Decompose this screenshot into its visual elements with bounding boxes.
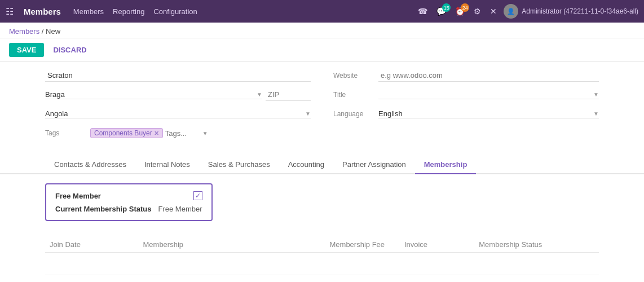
col-join-date: Join Date	[45, 237, 139, 253]
free-member-label: Free Member	[55, 192, 187, 200]
website-input[interactable]	[378, 69, 599, 82]
tags-input-area: Components Buyer ✕ ▼	[90, 128, 311, 138]
tags-row: Tags Components Buyer ✕ ▼	[45, 125, 311, 141]
action-bar: SAVE DISCARD	[0, 38, 644, 62]
state-arrow-icon: ▼	[257, 91, 262, 98]
topbar: ☷ Members Members Reporting Configuratio…	[0, 0, 644, 23]
tag-label: Components Buyer	[94, 129, 152, 137]
membership-empty-row	[45, 253, 599, 275]
tags-label: Tags	[45, 129, 90, 137]
city-input[interactable]	[45, 69, 311, 82]
chat-icon[interactable]: 💬 15	[434, 6, 448, 17]
col-invoice: Invoice	[400, 237, 474, 253]
state-zip-row: Braga ▼	[45, 87, 311, 103]
discard-button[interactable]: DISCARD	[50, 43, 90, 57]
membership-table-header-row: Join Date Membership Membership Fee Invo…	[45, 237, 599, 253]
country-select-wrap: Angola ▼	[45, 109, 311, 118]
title-row: Title ▼	[333, 87, 599, 103]
current-status-row: Current Membership Status Free Member	[55, 205, 202, 213]
user-menu[interactable]: 👤 Administrator (472211-11-0-f34ae6-all)	[504, 4, 638, 19]
country-row: Angola ▼	[45, 106, 311, 122]
state-select[interactable]: Braga	[45, 90, 255, 99]
tab-sales[interactable]: Sales & Purchases	[199, 156, 279, 174]
tag-remove-icon[interactable]: ✕	[154, 130, 159, 137]
tab-partner[interactable]: Partner Assignation	[333, 156, 415, 174]
chat-badge: 15	[442, 3, 451, 12]
language-select[interactable]: English	[378, 109, 592, 118]
form-left-col: Braga ▼ Angola ▼ Tags	[45, 68, 311, 144]
breadcrumb-current: New	[46, 27, 60, 36]
app-title: Members	[24, 7, 61, 16]
col-fee: Membership Fee	[325, 237, 400, 253]
current-status-value: Free Member	[158, 205, 202, 213]
title-select[interactable]	[378, 90, 592, 99]
title-select-wrap: ▼	[378, 90, 599, 99]
city-row	[45, 68, 311, 83]
content-area: Braga ▼ Angola ▼ Tags	[0, 62, 644, 282]
tab-notes[interactable]: Internal Notes	[135, 156, 199, 174]
city-zip-wrap: Braga ▼	[45, 89, 311, 101]
nav-reporting[interactable]: Reporting	[113, 7, 144, 16]
top-nav: Members Reporting Configuration	[73, 7, 409, 16]
membership-table: Join Date Membership Membership Fee Invo…	[45, 237, 599, 275]
phone-icon[interactable]: ☎	[416, 6, 430, 17]
grid-icon[interactable]: ☷	[6, 6, 14, 17]
free-member-row: Free Member ✓	[55, 191, 202, 200]
col-status: Membership Status	[474, 237, 599, 253]
topbar-icons: ☎ 💬 15 ⏰ 24 ⚙ ✕ 👤 Administrator (472211-…	[416, 4, 638, 19]
activity-icon[interactable]: ⏰ 24	[453, 6, 467, 17]
user-name: Administrator (472211-11-0-f34ae6-all)	[522, 7, 638, 15]
tab-contacts[interactable]: Contacts & Addresses	[45, 156, 135, 174]
close-icon[interactable]: ✕	[488, 6, 499, 17]
membership-table-body	[45, 253, 599, 275]
tags-arrow-icon: ▼	[202, 130, 208, 136]
form-section: Braga ▼ Angola ▼ Tags	[0, 62, 644, 150]
title-arrow-icon: ▼	[593, 91, 599, 98]
free-member-checkbox[interactable]: ✓	[193, 191, 202, 200]
language-arrow-icon: ▼	[593, 111, 599, 117]
country-select[interactable]: Angola	[45, 109, 304, 118]
website-label: Website	[333, 72, 378, 80]
activity-badge: 24	[461, 3, 469, 12]
language-label: Language	[333, 110, 378, 118]
state-select-wrap: Braga ▼	[45, 90, 262, 99]
current-status-label: Current Membership Status	[55, 205, 151, 213]
website-row: Website	[333, 68, 599, 83]
nav-configuration[interactable]: Configuration	[153, 7, 197, 16]
tab-membership[interactable]: Membership	[415, 156, 477, 174]
title-label: Title	[333, 91, 378, 99]
tab-content-membership: Free Member ✓ Current Membership Status …	[0, 174, 644, 282]
country-arrow-icon: ▼	[305, 111, 311, 117]
form-right-col: Website Title ▼ Language English ▼	[333, 68, 599, 144]
tag-components-buyer: Components Buyer ✕	[90, 128, 163, 138]
tabs-bar: Contacts & Addresses Internal Notes Sale…	[0, 156, 644, 174]
col-membership: Membership	[139, 237, 325, 253]
save-button[interactable]: SAVE	[9, 43, 44, 57]
breadcrumb: Members / New	[0, 23, 644, 38]
settings-icon[interactable]: ⚙	[471, 6, 483, 17]
language-select-wrap: English ▼	[378, 109, 599, 118]
membership-info-box: Free Member ✓ Current Membership Status …	[45, 183, 213, 221]
language-row: Language English ▼	[333, 106, 599, 122]
membership-table-head: Join Date Membership Membership Fee Invo…	[45, 237, 599, 253]
nav-members[interactable]: Members	[73, 7, 104, 16]
tab-accounting[interactable]: Accounting	[279, 156, 333, 174]
tags-search-input[interactable]	[165, 129, 199, 138]
zip-input[interactable]	[266, 89, 311, 101]
avatar: 👤	[504, 4, 518, 19]
breadcrumb-parent[interactable]: Members	[9, 27, 39, 36]
